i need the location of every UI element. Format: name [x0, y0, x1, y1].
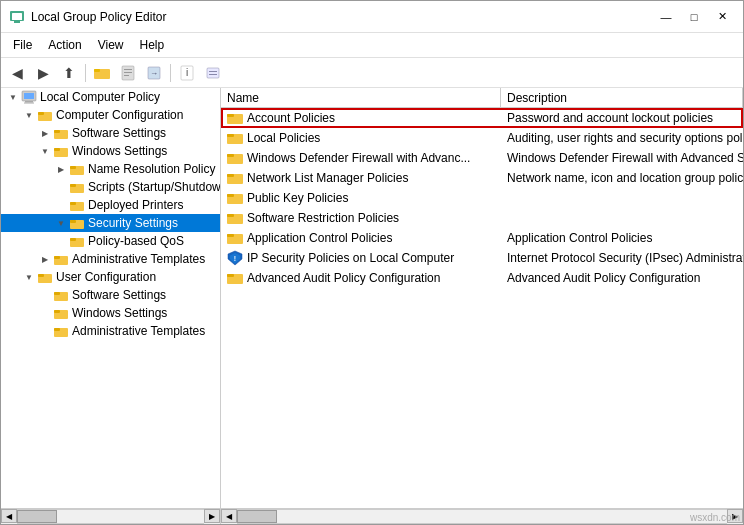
menu-file[interactable]: File	[5, 35, 40, 55]
menu-bar: File Action View Help	[1, 33, 743, 58]
tree-item-scripts[interactable]: ▶ Scripts (Startup/Shutdow...	[1, 178, 220, 196]
tree-label-local-policy: Local Computer Policy	[40, 90, 160, 104]
folder-row-icon-7	[227, 231, 243, 245]
toolbar-btn-2[interactable]	[116, 62, 140, 84]
minimize-button[interactable]: —	[653, 7, 679, 27]
tree-label-admin-1: Administrative Templates	[72, 252, 205, 266]
tree-label-user-config: User Configuration	[56, 270, 156, 284]
list-cell-desc-network: Network name, icon and location group po…	[501, 170, 743, 186]
left-hscroll-track[interactable]	[17, 509, 204, 524]
expander-name-res[interactable]: ▶	[53, 161, 69, 177]
col-header-name[interactable]: Name	[221, 88, 501, 107]
toolbar-btn-5[interactable]	[201, 62, 225, 84]
right-hscroll-track[interactable]	[237, 509, 727, 524]
expander-computer-config[interactable]: ▼	[21, 107, 37, 123]
svg-rect-19	[24, 103, 34, 104]
maximize-button[interactable]: □	[681, 7, 707, 27]
title-bar: Local Group Policy Editor — □ ✕	[1, 1, 743, 33]
svg-rect-14	[209, 71, 217, 72]
svg-rect-15	[209, 74, 217, 75]
svg-rect-39	[38, 274, 44, 277]
right-hscroll-thumb[interactable]	[237, 510, 277, 523]
menu-view[interactable]: View	[90, 35, 132, 55]
svg-rect-1	[12, 13, 22, 20]
list-row-adv-audit[interactable]: Advanced Audit Policy Configuration Adva…	[221, 268, 743, 288]
folder-icon-3	[69, 161, 85, 177]
list-name-wdf: Windows Defender Firewall with Advanc...	[247, 151, 470, 165]
expander-user-config[interactable]: ▼	[21, 269, 37, 285]
list-row-wdf[interactable]: Windows Defender Firewall with Advanc...…	[221, 148, 743, 168]
svg-rect-29	[70, 184, 76, 187]
tree-item-admin-2[interactable]: ▶ Administrative Templates	[1, 322, 220, 340]
svg-rect-41	[54, 292, 60, 295]
tree-item-local-policy[interactable]: ▼ Local Computer Policy	[1, 88, 220, 106]
list-name-ipsec: IP Security Policies on Local Computer	[247, 251, 454, 265]
list-cell-name-appcontrol: Application Control Policies	[221, 230, 501, 246]
expander-security[interactable]: ▼	[53, 215, 69, 231]
tree-label-windows-1: Windows Settings	[72, 144, 167, 158]
list-name-account-policies: Account Policies	[247, 111, 335, 125]
back-button[interactable]: ◀	[5, 62, 29, 84]
title-controls: — □ ✕	[653, 7, 735, 27]
left-hscroll-thumb[interactable]	[17, 510, 57, 523]
toolbar-separator-2	[170, 64, 171, 82]
folder-icon-1	[53, 125, 69, 141]
list-row-swrestrict[interactable]: Software Restriction Policies	[221, 208, 743, 228]
list-cell-desc-ipsec: Internet Protocol Security (IPsec) Admin…	[501, 250, 743, 266]
list-cell-desc-swrestrict	[501, 217, 743, 219]
list-body: Account Policies Password and account lo…	[221, 108, 743, 508]
window-title: Local Group Policy Editor	[31, 10, 166, 24]
folder-row-icon-1	[227, 111, 243, 125]
right-scroll-left[interactable]: ◀	[221, 509, 237, 523]
list-row-local-policies[interactable]: Local Policies Auditing, user rights and…	[221, 128, 743, 148]
expander-admin-1[interactable]: ▶	[37, 251, 53, 267]
tree-item-computer-config[interactable]: ▼ Computer Configuration	[1, 106, 220, 124]
left-scroll-right[interactable]: ▶	[204, 509, 220, 523]
tree-item-name-res[interactable]: ▶ Name Resolution Policy	[1, 160, 220, 178]
folder-row-icon-3	[227, 151, 243, 165]
col-header-desc[interactable]: Description	[501, 88, 743, 107]
left-scroll-left[interactable]: ◀	[1, 509, 17, 523]
tree-item-qos[interactable]: ▶ Policy-based QoS	[1, 232, 220, 250]
list-row-network[interactable]: Network List Manager Policies Network na…	[221, 168, 743, 188]
tree-item-software-1[interactable]: ▶ Software Settings	[1, 124, 220, 142]
tree-item-user-config[interactable]: ▼ User Configuration	[1, 268, 220, 286]
tree-item-windows-2[interactable]: ▶ Windows Settings	[1, 304, 220, 322]
toolbar-btn-4[interactable]: i	[175, 62, 199, 84]
tree-label-name-res: Name Resolution Policy	[88, 162, 215, 176]
tree-item-printers[interactable]: ▶ Deployed Printers	[1, 196, 220, 214]
title-bar-left: Local Group Policy Editor	[9, 9, 166, 25]
list-row-ipsec[interactable]: ! IP Security Policies on Local Computer…	[221, 248, 743, 268]
forward-button[interactable]: ▶	[31, 62, 55, 84]
expander-windows-1[interactable]: ▼	[37, 143, 53, 159]
list-name-adv-audit: Advanced Audit Policy Configuration	[247, 271, 440, 285]
close-button[interactable]: ✕	[709, 7, 735, 27]
tree-label-admin-2: Administrative Templates	[72, 324, 205, 338]
tree-item-admin-1[interactable]: ▶ Administrative Templates	[1, 250, 220, 268]
folder-icon-5	[69, 197, 85, 213]
toolbar-btn-3[interactable]: →	[142, 62, 166, 84]
tree-item-software-2[interactable]: ▶ Software Settings	[1, 286, 220, 304]
list-name-appcontrol: Application Control Policies	[247, 231, 392, 245]
list-row-pubkey[interactable]: Public Key Policies	[221, 188, 743, 208]
menu-action[interactable]: Action	[40, 35, 89, 55]
folder-icon-2	[53, 143, 69, 159]
tree-item-security[interactable]: ▼ Security Settings	[1, 214, 220, 232]
svg-rect-7	[124, 72, 132, 73]
list-cell-desc-adv-audit: Advanced Audit Policy Configuration	[501, 270, 743, 286]
list-row-account-policies[interactable]: Account Policies Password and account lo…	[221, 108, 743, 128]
toolbar-btn-1[interactable]	[90, 62, 114, 84]
up-button[interactable]: ⬆	[57, 62, 81, 84]
app-icon	[9, 9, 25, 25]
list-cell-desc-local: Auditing, user rights and security optio…	[501, 130, 743, 146]
list-row-appcontrol[interactable]: Application Control Policies Application…	[221, 228, 743, 248]
main-window: Local Group Policy Editor — □ ✕ File Act…	[0, 0, 744, 525]
menu-help[interactable]: Help	[132, 35, 173, 55]
expander-local-policy[interactable]: ▼	[5, 89, 21, 105]
svg-rect-27	[70, 166, 76, 169]
svg-text:!: !	[234, 255, 236, 262]
svg-rect-45	[54, 328, 60, 331]
expander-software-1[interactable]: ▶	[37, 125, 53, 141]
svg-rect-57	[227, 214, 234, 217]
tree-item-windows-1[interactable]: ▼ Windows Settings	[1, 142, 220, 160]
